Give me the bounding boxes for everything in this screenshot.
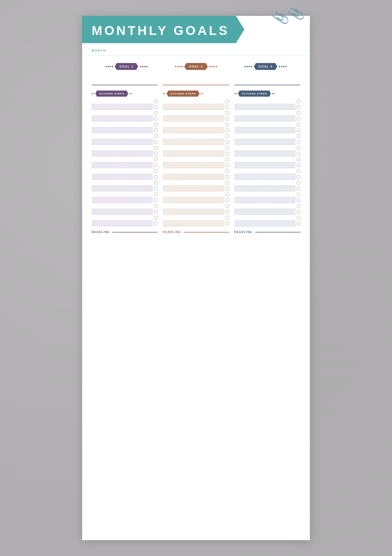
goal-2-input[interactable] <box>163 75 229 85</box>
step-circle[interactable] <box>225 181 229 185</box>
step-circle[interactable] <box>225 198 229 202</box>
step-circle[interactable] <box>154 175 158 179</box>
step-circle[interactable] <box>297 117 300 120</box>
step-line[interactable] <box>92 197 153 203</box>
step-line[interactable] <box>234 98 296 104</box>
step-circle[interactable] <box>225 222 229 225</box>
step-circle[interactable] <box>225 187 229 190</box>
step-line[interactable] <box>163 104 224 110</box>
step-circle[interactable] <box>154 181 158 185</box>
step-circle[interactable] <box>297 181 300 185</box>
step-circle[interactable] <box>225 210 229 214</box>
step-circle[interactable] <box>225 169 229 173</box>
step-circle[interactable] <box>154 158 158 161</box>
step-line[interactable] <box>163 209 224 215</box>
step-circle[interactable] <box>154 134 158 138</box>
step-circle[interactable] <box>225 134 229 138</box>
step-line[interactable] <box>92 145 153 151</box>
step-circle[interactable] <box>154 163 158 167</box>
step-circle[interactable] <box>297 187 300 190</box>
step-line[interactable] <box>163 127 224 133</box>
step-line[interactable] <box>163 145 224 151</box>
step-circle[interactable] <box>297 152 300 155</box>
step-circle[interactable] <box>297 198 300 202</box>
step-line[interactable] <box>92 98 153 104</box>
step-circle[interactable] <box>225 105 229 109</box>
step-line[interactable] <box>163 151 224 156</box>
step-line[interactable] <box>163 162 224 168</box>
step-circle[interactable] <box>154 210 158 214</box>
step-circle[interactable] <box>225 175 229 179</box>
step-circle[interactable] <box>297 134 300 138</box>
step-line[interactable] <box>92 168 153 174</box>
step-line[interactable] <box>163 180 224 186</box>
step-line[interactable] <box>92 122 153 127</box>
goal-3-input[interactable] <box>234 75 300 85</box>
step-circle[interactable] <box>154 105 158 109</box>
step-line[interactable] <box>92 127 153 133</box>
step-line[interactable] <box>234 203 296 209</box>
step-line[interactable] <box>234 127 296 133</box>
step-line[interactable] <box>163 221 224 226</box>
step-circle[interactable] <box>297 105 300 109</box>
step-circle[interactable] <box>297 216 300 219</box>
step-circle[interactable] <box>225 152 229 155</box>
step-line[interactable] <box>234 215 296 221</box>
step-circle[interactable] <box>297 140 300 144</box>
step-circle[interactable] <box>154 111 158 115</box>
step-circle[interactable] <box>297 169 300 173</box>
step-circle[interactable] <box>297 192 300 196</box>
step-line[interactable] <box>234 209 296 215</box>
step-line[interactable] <box>92 162 153 168</box>
step-circle[interactable] <box>154 128 158 132</box>
step-line[interactable] <box>163 139 224 145</box>
step-line[interactable] <box>234 186 296 191</box>
step-line[interactable] <box>234 116 296 122</box>
step-circle[interactable] <box>297 204 300 208</box>
step-line[interactable] <box>234 162 296 168</box>
step-circle[interactable] <box>154 123 158 126</box>
step-circle[interactable] <box>154 216 158 219</box>
step-circle[interactable] <box>297 222 300 225</box>
step-circle[interactable] <box>225 117 229 120</box>
step-line[interactable] <box>92 116 153 122</box>
step-line[interactable] <box>92 174 153 180</box>
step-line[interactable] <box>163 191 224 197</box>
step-circle[interactable] <box>225 163 229 167</box>
step-line[interactable] <box>234 151 296 156</box>
step-circle[interactable] <box>225 146 229 150</box>
step-line[interactable] <box>92 209 153 215</box>
step-circle[interactable] <box>225 111 229 115</box>
step-circle[interactable] <box>297 123 300 126</box>
step-circle[interactable] <box>154 204 158 208</box>
step-line[interactable] <box>92 203 153 209</box>
step-circle[interactable] <box>154 140 158 144</box>
step-circle[interactable] <box>225 204 229 208</box>
step-line[interactable] <box>92 186 153 191</box>
step-line[interactable] <box>92 104 153 110</box>
step-circle[interactable] <box>154 222 158 225</box>
step-line[interactable] <box>234 168 296 174</box>
step-line[interactable] <box>234 104 296 110</box>
step-line[interactable] <box>163 110 224 116</box>
step-circle[interactable] <box>297 158 300 161</box>
step-circle[interactable] <box>297 128 300 132</box>
step-circle[interactable] <box>154 99 158 103</box>
step-line[interactable] <box>92 215 153 221</box>
step-line[interactable] <box>92 151 153 156</box>
step-line[interactable] <box>163 122 224 127</box>
step-line[interactable] <box>234 221 296 226</box>
step-line[interactable] <box>163 133 224 139</box>
step-circle[interactable] <box>225 128 229 132</box>
step-circle[interactable] <box>297 163 300 167</box>
step-circle[interactable] <box>225 99 229 103</box>
goal-1-input[interactable] <box>92 75 158 85</box>
step-circle[interactable] <box>297 99 300 103</box>
step-line[interactable] <box>163 98 224 104</box>
step-circle[interactable] <box>154 192 158 196</box>
step-line[interactable] <box>234 156 296 162</box>
step-circle[interactable] <box>154 169 158 173</box>
step-circle[interactable] <box>225 216 229 219</box>
step-circle[interactable] <box>154 152 158 155</box>
step-line[interactable] <box>234 145 296 151</box>
